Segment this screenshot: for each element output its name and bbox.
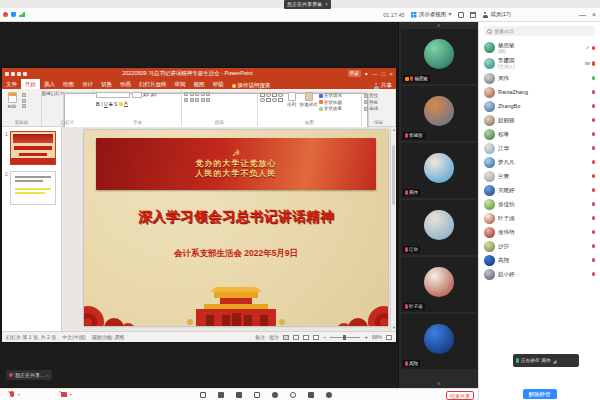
reading-view-icon[interactable] xyxy=(303,335,309,340)
zoom-in-button[interactable]: + xyxy=(364,334,368,340)
member-row[interactable]: 兰青 xyxy=(479,169,600,183)
strip-scroll-down-icon[interactable]: ∨ xyxy=(399,380,478,386)
bullets-icon[interactable] xyxy=(184,92,188,96)
mic-status-icon[interactable] xyxy=(592,202,595,207)
zoom-slider[interactable] xyxy=(330,337,360,338)
ppt-close-button[interactable]: × xyxy=(389,71,393,77)
paste-button[interactable]: 粘贴 xyxy=(4,91,20,117)
video-tile[interactable]: 江华 xyxy=(401,200,477,255)
record-icon[interactable] xyxy=(272,392,278,398)
numbering-icon[interactable] xyxy=(190,92,194,96)
shapes-gallery[interactable] xyxy=(260,91,283,117)
slide-canvas[interactable]: ☭ 党办的大学让党放心 人民的大学不负人民 深入学习领会习总书记讲话精神 会计系… xyxy=(84,130,388,326)
find-button[interactable]: 查找 xyxy=(364,93,378,98)
language-label[interactable]: 中文(中国) xyxy=(62,334,85,340)
members-icon[interactable] xyxy=(236,392,242,398)
line-spacing-icon[interactable] xyxy=(206,92,210,96)
video-tile[interactable]: 杨思敏 xyxy=(401,29,477,84)
unmute-mic-button[interactable] xyxy=(8,391,15,399)
columns-icon[interactable] xyxy=(206,98,210,102)
mic-status-icon[interactable] xyxy=(592,76,595,81)
members-button[interactable]: 成员(17) xyxy=(482,11,511,18)
mic-status-icon[interactable] xyxy=(592,104,595,109)
underline-button[interactable]: U xyxy=(104,101,108,107)
slide-sorter-icon[interactable] xyxy=(293,335,299,340)
member-row[interactable]: 江华 xyxy=(479,141,600,155)
member-row[interactable]: RaniaZhang xyxy=(479,85,600,99)
presenter-view-selector[interactable]: 演示者视图 xyxy=(411,11,453,18)
mic-options-icon[interactable] xyxy=(18,394,20,396)
collapse-icon[interactable]: ‹ xyxy=(47,372,49,378)
apps-icon[interactable] xyxy=(308,392,314,398)
ribbon-tab[interactable]: 审阅 xyxy=(171,79,190,89)
video-tile[interactable]: 叶子涵 xyxy=(401,257,477,312)
mic-status-icon[interactable] xyxy=(592,174,595,179)
ribbon-tab[interactable]: 视图 xyxy=(190,79,209,89)
chat-icon[interactable] xyxy=(254,392,260,398)
font-size-box[interactable] xyxy=(132,92,142,98)
quick-styles-button[interactable]: 快速样式 xyxy=(300,91,317,117)
ribbon-tab[interactable]: 动画 xyxy=(116,79,135,89)
member-row[interactable]: 梦凡凡 xyxy=(479,155,600,169)
end-share-button[interactable]: 结束共享 xyxy=(446,391,474,400)
scroll-up-icon[interactable]: ▲ xyxy=(392,128,396,132)
video-tile[interactable]: 周伟 xyxy=(401,143,477,198)
fullscreen-icon[interactable] xyxy=(458,12,464,18)
shape-outline-button[interactable]: 形状轮廓 xyxy=(319,100,342,105)
slide-editor-area[interactable]: ☭ 党办的大学让党放心 人民的大学不负人民 深入学习领会习总书记讲话精神 会计系… xyxy=(62,127,396,331)
slideshow-view-icon[interactable] xyxy=(313,335,319,340)
ppt-titlebar[interactable]: 20220509 习总书记讲话精神专题生活会 - PowerPoint 登录 ▾… xyxy=(2,68,396,79)
new-window-icon[interactable] xyxy=(470,12,476,18)
grow-font-icon[interactable]: A˄ xyxy=(143,92,149,98)
replace-button[interactable]: 替换 xyxy=(364,100,378,105)
member-row[interactable]: 叶子涵 xyxy=(479,211,600,225)
align-right-icon[interactable] xyxy=(195,98,199,102)
cut-icon[interactable] xyxy=(22,93,26,97)
justify-icon[interactable] xyxy=(201,98,205,102)
mic-status-icon[interactable] xyxy=(592,230,595,235)
ribbon-tab[interactable]: 幻灯片放映 xyxy=(135,79,171,89)
sharing-banner-close-icon[interactable]: × xyxy=(325,0,328,9)
fit-slide-icon[interactable] xyxy=(386,335,392,340)
member-row[interactable]: 沙莎 xyxy=(479,239,600,253)
shape-fill-button[interactable]: 形状填充 xyxy=(319,93,342,98)
shadow-button[interactable]: S xyxy=(114,101,117,107)
redo-icon[interactable] xyxy=(17,72,21,76)
mic-status-icon[interactable] xyxy=(592,188,595,193)
indent-increase-icon[interactable] xyxy=(201,92,205,96)
select-button[interactable]: 选择 xyxy=(364,106,378,111)
arrange-button[interactable]: 排列 xyxy=(285,91,298,117)
ribbon-tab[interactable]: 插入 xyxy=(40,79,59,89)
member-row[interactable]: ZhangBo xyxy=(479,99,600,113)
ribbon-tab[interactable]: 绘图 xyxy=(59,79,78,89)
member-search-input[interactable]: 搜索成员 xyxy=(484,26,595,36)
bold-button[interactable]: B xyxy=(96,101,100,107)
mic-status-icon[interactable] xyxy=(592,61,595,66)
scrollbar-thumb[interactable] xyxy=(392,145,395,205)
member-row[interactable]: 吴晓婷 xyxy=(479,183,600,197)
mic-status-icon[interactable] xyxy=(592,272,595,277)
mic-status-icon[interactable] xyxy=(592,258,595,263)
ribbon-tab[interactable]: 开始 xyxy=(21,79,40,89)
accessibility-label[interactable]: 辅助功能: 调查 xyxy=(92,334,125,340)
member-row[interactable]: 高翔 xyxy=(479,253,600,267)
share-screen-icon[interactable] xyxy=(200,392,206,398)
member-row[interactable]: 赵丽丽 xyxy=(479,113,600,127)
mic-status-icon[interactable] xyxy=(592,160,595,165)
mic-status-icon[interactable] xyxy=(592,90,595,95)
start-video-button[interactable] xyxy=(60,391,67,399)
video-options-icon[interactable] xyxy=(70,394,72,396)
align-center-icon[interactable] xyxy=(190,98,194,102)
ppt-minimize-button[interactable]: — xyxy=(372,71,378,77)
member-row[interactable]: 杨思敏 (我) xyxy=(479,40,600,56)
slide-1-preview[interactable] xyxy=(10,131,56,165)
video-tile[interactable]: 李建国 xyxy=(401,86,477,141)
member-row[interactable]: 赵小婷 xyxy=(479,267,600,281)
member-row[interactable]: 张伟明 xyxy=(479,225,600,239)
sharing-status-pill[interactable]: 我正在共享… ‹ xyxy=(6,370,52,380)
comments-button[interactable]: 批注 xyxy=(269,334,279,340)
ribbon-tab[interactable]: 设计 xyxy=(78,79,97,89)
align-left-icon[interactable] xyxy=(184,98,188,102)
scroll-down-icon[interactable]: ▼ xyxy=(392,326,396,330)
unmute-button[interactable]: 解除静音 xyxy=(523,389,557,399)
